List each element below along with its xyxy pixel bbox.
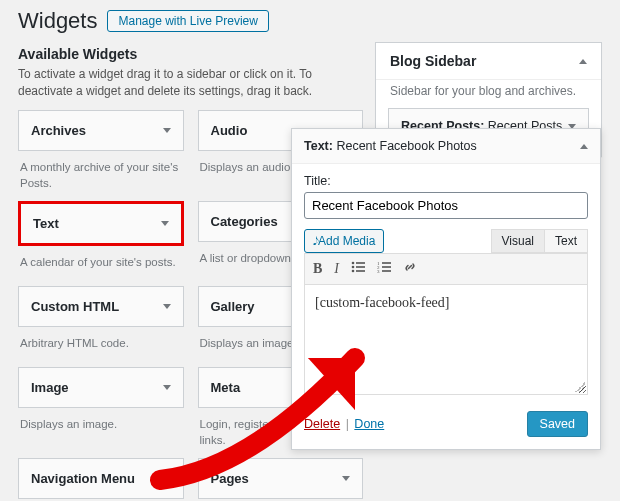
saved-button[interactable]: Saved bbox=[527, 411, 588, 437]
done-link[interactable]: Done bbox=[354, 417, 384, 431]
bullet-list-button[interactable] bbox=[351, 261, 365, 277]
sidebar-desc: Sidebar for your blog and archives. bbox=[376, 80, 601, 108]
editor-heading-type: Text: bbox=[304, 139, 333, 153]
widget-desc: Displays an image. bbox=[18, 408, 184, 446]
widget-label: Navigation Menu bbox=[31, 471, 135, 486]
widget-custom-html[interactable]: Custom HTML bbox=[18, 286, 184, 327]
svg-rect-3 bbox=[356, 266, 365, 268]
widget-label: Meta bbox=[211, 380, 241, 395]
widget-label: Audio bbox=[211, 123, 248, 138]
chevron-down-icon bbox=[163, 476, 171, 481]
available-widgets-title: Available Widgets bbox=[18, 46, 363, 62]
widget-archives[interactable]: Archives bbox=[18, 110, 184, 151]
add-media-label: Add Media bbox=[318, 234, 375, 248]
page-title: Widgets bbox=[18, 8, 97, 34]
widget-navigation-menu[interactable]: Navigation Menu bbox=[18, 458, 184, 499]
svg-rect-11 bbox=[382, 270, 391, 272]
chevron-down-icon bbox=[163, 128, 171, 133]
link-button[interactable] bbox=[403, 260, 417, 278]
svg-text:3: 3 bbox=[377, 269, 380, 273]
svg-rect-5 bbox=[356, 270, 365, 272]
title-label: Title: bbox=[304, 174, 588, 188]
svg-rect-7 bbox=[382, 262, 391, 264]
separator: | bbox=[346, 417, 349, 431]
sidebar-title: Blog Sidebar bbox=[390, 53, 476, 69]
tab-visual[interactable]: Visual bbox=[491, 229, 545, 253]
tab-text[interactable]: Text bbox=[545, 229, 588, 253]
chevron-up-icon bbox=[579, 59, 587, 64]
widget-text[interactable]: Text bbox=[18, 201, 184, 246]
widget-label: Image bbox=[31, 380, 69, 395]
format-toolbar: B I 123 bbox=[304, 253, 588, 285]
chevron-down-icon bbox=[163, 304, 171, 309]
delete-link[interactable]: Delete bbox=[304, 417, 340, 431]
widget-label: Archives bbox=[31, 123, 86, 138]
editor-heading-value: Recent Facebook Photos bbox=[336, 139, 476, 153]
widget-desc: Arbitrary HTML code. bbox=[18, 327, 184, 365]
svg-point-4 bbox=[352, 270, 355, 273]
widget-desc: A calendar of your site's posts. bbox=[18, 246, 184, 284]
widget-label: Categories bbox=[211, 214, 278, 229]
svg-point-0 bbox=[352, 262, 355, 265]
svg-rect-9 bbox=[382, 266, 391, 268]
widget-label: Pages bbox=[211, 471, 249, 486]
resize-handle-icon[interactable] bbox=[575, 382, 585, 392]
chevron-down-icon bbox=[163, 385, 171, 390]
svg-rect-1 bbox=[356, 262, 365, 264]
widget-pages[interactable]: Pages bbox=[198, 458, 364, 499]
chevron-down-icon bbox=[342, 476, 350, 481]
number-list-button[interactable]: 123 bbox=[377, 261, 391, 277]
widget-label: Text bbox=[33, 216, 59, 231]
widget-desc: A monthly archive of your site's Posts. bbox=[18, 151, 184, 199]
editor-content: [custom-facebook-feed] bbox=[315, 295, 449, 310]
live-preview-button[interactable]: Manage with Live Preview bbox=[107, 10, 268, 32]
available-widgets-desc: To activate a widget drag it to a sideba… bbox=[18, 66, 363, 100]
content-editor[interactable]: [custom-facebook-feed] bbox=[304, 285, 588, 395]
editor-header[interactable]: Text: Recent Facebook Photos bbox=[292, 129, 600, 164]
svg-point-2 bbox=[352, 266, 355, 269]
chevron-down-icon bbox=[161, 221, 169, 226]
widget-label: Custom HTML bbox=[31, 299, 119, 314]
widget-editor-panel: Text: Recent Facebook Photos Title: Add … bbox=[291, 128, 601, 450]
title-input[interactable] bbox=[304, 192, 588, 219]
chevron-up-icon bbox=[580, 144, 588, 149]
widget-image[interactable]: Image bbox=[18, 367, 184, 408]
add-media-button[interactable]: Add Media bbox=[304, 229, 384, 253]
italic-button[interactable]: I bbox=[334, 261, 339, 277]
widget-label: Gallery bbox=[211, 299, 255, 314]
bold-button[interactable]: B bbox=[313, 261, 322, 277]
